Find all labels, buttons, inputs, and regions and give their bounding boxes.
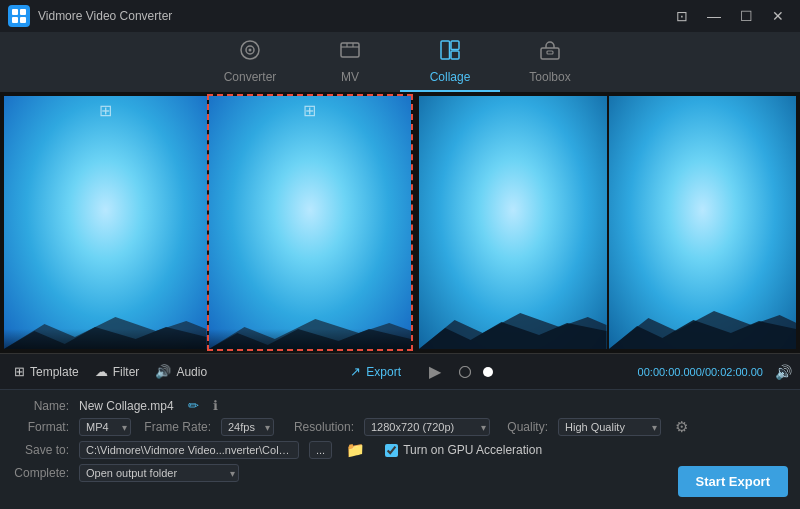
maximize-btn[interactable]: ☐ — [732, 6, 760, 26]
svg-marker-18 — [419, 322, 607, 349]
filter-btn[interactable]: ☁ Filter — [89, 360, 146, 383]
tab-toolbox[interactable]: Toolbox — [500, 32, 600, 92]
svg-point-21 — [460, 366, 471, 377]
preview-mountain-1 — [419, 304, 607, 349]
preview-area — [415, 92, 800, 353]
audio-label: Audio — [176, 365, 207, 379]
gpu-checkbox[interactable] — [385, 444, 398, 457]
collage-toolbar: ⊞ Template ☁ Filter 🔊 Audio ↗ Export — [0, 353, 415, 389]
quality-select-wrapper: High QualityMedium QualityLow Quality — [558, 418, 661, 436]
quality-label: Quality: — [500, 420, 548, 434]
subtitles-btn[interactable]: ⊡ — [668, 6, 696, 26]
name-label: Name: — [14, 399, 69, 413]
svg-marker-13 — [4, 317, 207, 349]
format-select[interactable]: MP4AVIMOVMKV — [79, 418, 131, 436]
export-icon: ↗ — [350, 364, 361, 379]
toolbox-icon — [539, 39, 561, 66]
collage-cell-2[interactable]: ⊞ — [209, 96, 412, 349]
timeline-dot[interactable] — [483, 367, 493, 377]
complete-label: Complete: — [14, 466, 69, 480]
play-btn[interactable]: ▶ — [423, 360, 447, 384]
name-value: New Collage.mp4 — [79, 399, 174, 413]
resolution-select[interactable]: 1280x720 (720p)1920x1080 (1080p)854x480 … — [364, 418, 490, 436]
complete-select[interactable]: Open output folder Do nothing Shut down — [79, 464, 239, 482]
export-label: Export — [366, 365, 401, 379]
svg-rect-2 — [12, 17, 18, 23]
collage-preview: ⊞ ⊞ — [0, 92, 415, 353]
preview-mountain-2 — [609, 304, 797, 349]
open-folder-btn[interactable]: 📁 — [346, 441, 365, 459]
right-panel: ▶ 00:00:00.000/00:02:00.00 🔊 — [415, 92, 800, 389]
saveto-label: Save to: — [14, 443, 69, 457]
stop-btn[interactable] — [453, 360, 477, 384]
collage-icon — [439, 39, 461, 66]
app-logo — [8, 5, 30, 27]
start-export-btn[interactable]: Start Export — [678, 466, 788, 497]
svg-rect-7 — [341, 43, 359, 57]
volume-icon[interactable]: 🔊 — [775, 364, 792, 380]
info-icon[interactable]: ℹ — [213, 398, 218, 413]
complete-select-wrapper: Open output folder Do nothing Shut down — [79, 464, 239, 482]
tab-mv-label: MV — [341, 70, 359, 84]
svg-rect-0 — [12, 9, 18, 15]
collage-cell-1[interactable]: ⊞ — [4, 96, 207, 349]
filter-label: Filter — [113, 365, 140, 379]
bottom-settings: Name: New Collage.mp4 ✏ ℹ Format: MP4AVI… — [0, 389, 800, 509]
converter-icon — [239, 39, 261, 66]
minimize-btn[interactable]: — — [700, 6, 728, 26]
svg-rect-3 — [20, 17, 26, 23]
quality-select[interactable]: High QualityMedium QualityLow Quality — [558, 418, 661, 436]
window-controls: ⊡ — ☐ ✕ — [668, 6, 792, 26]
edit-icon[interactable]: ✏ — [188, 398, 199, 413]
svg-rect-9 — [451, 41, 459, 50]
export-btn[interactable]: ↗ Export — [344, 360, 407, 383]
svg-rect-8 — [441, 41, 450, 59]
titlebar: Vidmore Video Converter ⊡ — ☐ ✕ — [0, 0, 800, 32]
mountain-svg-1 — [4, 309, 207, 349]
preview-cell-2 — [609, 96, 797, 349]
tab-converter[interactable]: Converter — [200, 32, 300, 92]
time-display: 00:00:00.000/00:02:00.00 — [638, 366, 763, 378]
svg-rect-1 — [20, 9, 26, 15]
svg-marker-16 — [209, 329, 412, 349]
gpu-label: Turn on GPU Acceleration — [403, 443, 542, 457]
mv-icon — [339, 39, 361, 66]
name-row: Name: New Collage.mp4 ✏ ℹ — [14, 398, 786, 413]
svg-rect-12 — [547, 51, 553, 54]
left-panel: ⊞ ⊞ ⊞ — [0, 92, 415, 389]
audio-icon: 🔊 — [155, 364, 171, 379]
main-content: ⊞ ⊞ ⊞ — [0, 92, 800, 389]
svg-rect-10 — [451, 51, 459, 59]
nav-tabs: Converter MV Collage — [0, 32, 800, 92]
tab-mv[interactable]: MV — [300, 32, 400, 92]
preview-controls: ▶ 00:00:00.000/00:02:00.00 🔊 — [415, 353, 800, 389]
saveto-row: Save to: C:\Vidmore\Vidmore Video...nver… — [14, 441, 786, 459]
tab-collage[interactable]: Collage — [400, 32, 500, 92]
svg-marker-14 — [4, 327, 207, 349]
audio-btn[interactable]: 🔊 Audio — [149, 360, 213, 383]
tab-converter-label: Converter — [224, 70, 277, 84]
format-select-wrapper: MP4AVIMOVMKV — [79, 418, 131, 436]
format-row: Format: MP4AVIMOVMKV Frame Rate: 24fps30… — [14, 418, 786, 436]
tab-toolbox-label: Toolbox — [529, 70, 570, 84]
tab-collage-label: Collage — [430, 70, 471, 84]
browse-dots-btn[interactable]: ... — [309, 441, 332, 459]
resolution-label: Resolution: — [284, 420, 354, 434]
framerate-select-wrapper: 24fps30fps60fps — [221, 418, 274, 436]
svg-marker-20 — [609, 320, 797, 349]
gpu-checkbox-row: Turn on GPU Acceleration — [385, 443, 542, 457]
svg-marker-15 — [209, 319, 412, 349]
template-btn[interactable]: ⊞ Template — [8, 360, 85, 383]
preview-cell-1 — [419, 96, 607, 349]
complete-row: Complete: Open output folder Do nothing … — [14, 464, 786, 482]
template-icon: ⊞ — [14, 364, 25, 379]
framerate-label: Frame Rate: — [141, 420, 211, 434]
filter-icon: ☁ — [95, 364, 108, 379]
saveto-path: C:\Vidmore\Vidmore Video...nverter\Colla… — [79, 441, 299, 459]
gear-btn[interactable]: ⚙ — [675, 418, 688, 436]
close-btn[interactable]: ✕ — [764, 6, 792, 26]
framerate-select[interactable]: 24fps30fps60fps — [221, 418, 274, 436]
format-label: Format: — [14, 420, 69, 434]
svg-point-6 — [249, 48, 252, 51]
mountain-svg-2 — [209, 309, 412, 349]
